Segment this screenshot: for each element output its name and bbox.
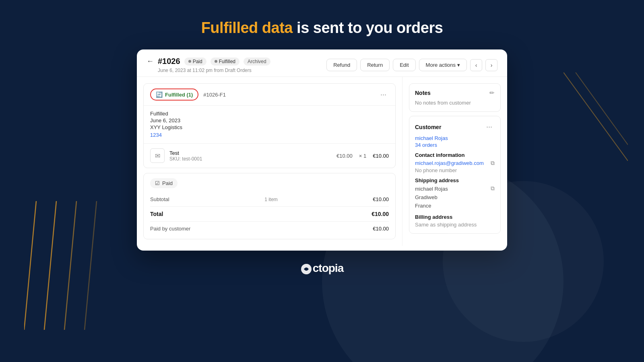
back-arrow-icon[interactable]: ← [147,57,154,66]
badge-paid: Paid [184,58,206,66]
paid-badge: ☑ Paid [150,178,178,188]
fulfillment-logistics: XYY Logistics [150,124,389,130]
order-date: June 6, 2023 at 11:02 pm from Draft Orde… [158,68,270,73]
contact-info-title: Contact information [415,152,495,158]
edit-button[interactable]: Edit [393,59,415,71]
more-actions-button[interactable]: More actions ▾ [419,59,467,71]
copy-email-icon[interactable]: ⧉ [491,160,495,167]
fulfillment-dots-menu[interactable]: ··· [378,90,389,100]
badge-fulfilled: Fulfilled [211,58,239,66]
notes-edit-icon[interactable]: ✏ [489,89,495,97]
notes-section-header: Notes ✏ [415,89,495,97]
deco-lines-left [24,201,113,330]
order-title-row: ← #1026 Paid Fulfilled Archived [147,57,270,66]
order-number: #1026 [158,57,180,66]
subtotal-label: Subtotal [150,196,169,202]
title-main: is sent to you orders [293,19,443,36]
fulfilled-section-card: 🔄 Fulfilled (1) #1026-F1 ··· Fulfilled J… [143,83,396,168]
fulfillment-date: June 6, 2023 [150,117,389,123]
deco-lines-right [564,72,628,161]
product-qty: × 1 [359,153,366,159]
order-header: ← #1026 Paid Fulfilled Archived June 6, … [137,49,507,77]
fulfillment-id: #1026-F1 [203,92,226,98]
total-label: Total [150,211,163,217]
bg-decoration-circle-medium [443,181,604,342]
svg-line-0 [24,201,36,330]
svg-line-2 [64,201,76,330]
product-sku: SKU: test-0001 [169,156,332,162]
product-total: €10.00 [373,153,389,159]
product-icon: ✉ [150,148,165,163]
notes-title: Notes [415,90,431,96]
paid-by-label: Paid by customer [150,226,190,232]
customer-dots-menu[interactable]: ··· [484,122,495,132]
notes-section: Notes ✏ No notes from customer [409,83,501,112]
product-price: €10.00 × 1 €10.00 [336,153,389,159]
customer-orders[interactable]: 34 orders [415,142,495,148]
fulfillment-info: Fulfilled June 6, 2023 XYY Logistics 123… [144,106,395,144]
badge-archived: Archived [244,58,270,66]
order-header-left: ← #1026 Paid Fulfilled Archived June 6, … [147,57,270,73]
checkmark-icon: ☑ [155,180,160,186]
customer-name[interactable]: michael Rojas [415,135,495,141]
customer-section-header: Customer ··· [415,122,495,132]
fulfillment-tracking[interactable]: 1234 [150,132,162,138]
fulfilled-badge: 🔄 Fulfilled (1) [150,88,198,101]
page-header: Fulfilled data is sent to you orders [0,0,644,49]
chevron-down-icon: ▾ [457,62,460,68]
notes-content: No notes from customer [415,100,495,106]
fulfilled-section-header: 🔄 Fulfilled (1) #1026-F1 ··· [144,84,395,106]
svg-line-5 [576,72,628,145]
svg-line-4 [564,72,628,161]
refund-button[interactable]: Refund [326,59,357,71]
svg-line-3 [85,201,97,330]
fulfillment-status: Fulfilled [150,111,389,117]
next-order-button[interactable]: › [485,59,497,71]
truck-icon: 🔄 [156,91,163,98]
subtotal-qty: 1 item [264,197,278,202]
title-highlight: Fulfilled data [201,19,293,36]
product-name: Test [169,150,332,156]
customer-title: Customer [415,124,441,130]
product-row: ✉ Test SKU: test-0001 €10.00 × 1 €10.00 [144,144,395,168]
return-button[interactable]: Return [360,59,390,71]
svg-line-1 [44,201,56,330]
product-info: Test SKU: test-0001 [169,150,332,162]
prev-order-button[interactable]: ‹ [470,59,482,71]
order-header-right: Refund Return Edit More actions ▾ ‹ › [326,59,497,71]
logo-icon [301,263,312,275]
product-unit-price: €10.00 [336,153,353,159]
